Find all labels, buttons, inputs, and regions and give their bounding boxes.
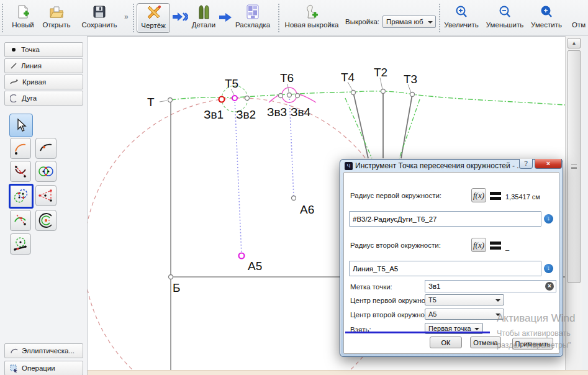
waist-curve <box>171 91 565 105</box>
concentric-arc-tool-button[interactable] <box>35 210 57 231</box>
save-file-label: Сохранить <box>77 21 122 29</box>
point-marker-Зв2[interactable] <box>245 96 250 101</box>
point-marker-Т2[interactable] <box>381 89 386 94</box>
dialog-close-button[interactable]: × <box>535 159 562 169</box>
category-curve-button[interactable]: Кривая <box>4 75 83 89</box>
category-arc-label: Дуга <box>22 94 37 102</box>
center1-combobox[interactable]: Т5 <box>425 294 504 305</box>
arc-on-curve-icon <box>38 141 53 156</box>
dialog-app-icon: Ч <box>345 162 353 170</box>
chevron-down-icon <box>474 328 479 330</box>
point-marker-А6[interactable] <box>292 196 296 201</box>
scroll-up-button[interactable]: ▲ <box>568 38 581 48</box>
ok-button[interactable]: ОК <box>430 337 462 348</box>
tangent-arc-tool-button[interactable] <box>10 210 31 231</box>
point-label-label: Метка точки: <box>350 283 392 291</box>
toolbar-gripper <box>133 4 134 32</box>
point-marker-А5[interactable] <box>239 253 245 259</box>
chevron-down-icon <box>428 21 433 24</box>
elliptical-arc-button[interactable]: Эллиптическа... <box>4 343 83 358</box>
pattern-select-value: Прямая юб <box>386 18 423 25</box>
point-label-Зв3: Зв3 <box>267 106 287 119</box>
open-file-button[interactable]: Открыть <box>38 3 75 33</box>
point-marker-Зв1[interactable] <box>219 97 225 102</box>
dialog-help-button[interactable]: ? <box>519 159 533 169</box>
save-file-button[interactable]: Сохранить <box>77 3 122 33</box>
arc-on-curve-tool-button[interactable] <box>35 138 57 159</box>
center2-combobox[interactable]: А5 <box>425 309 504 320</box>
new-pattern-button[interactable]: Новая выкройка <box>283 3 340 33</box>
point-marker-Т[interactable] <box>168 98 173 102</box>
arc-line-intersect-tool-button[interactable] <box>10 161 31 182</box>
toolbar-gripper <box>2 4 3 32</box>
vertical-scrollbar[interactable]: ▲ <box>565 36 582 370</box>
radius1-value: 1,35417 см <box>505 193 540 201</box>
zoom-out-button[interactable]: Уменьшить <box>484 3 525 33</box>
category-arc-button[interactable]: Дуга <box>4 91 83 106</box>
zoom-fit-icon <box>528 3 564 20</box>
pointer-tool-button[interactable] <box>9 114 33 137</box>
radius2-formula-button[interactable]: f(x) <box>471 238 486 252</box>
workflow-details-button[interactable]: Детали <box>189 3 219 33</box>
point-label-А6: А6 <box>300 203 314 216</box>
apply-button[interactable]: Применить <box>512 338 553 350</box>
point-marker-Зв4[interactable] <box>296 94 300 98</box>
dart-leg-t4 <box>353 93 368 158</box>
radius1-formula-input[interactable] <box>349 211 541 227</box>
workflow-layout-button[interactable]: Раскладка <box>233 3 272 33</box>
triangle-tool-button[interactable] <box>35 185 57 206</box>
highlight-arcs-t6 <box>269 94 316 102</box>
toolbar-gripper <box>439 4 440 32</box>
point-label-Т6: Т6 <box>280 71 294 84</box>
category-point-label: Точка <box>21 46 40 53</box>
cancel-button[interactable]: Отмена <box>470 337 501 348</box>
zoom-fit-button[interactable]: Уместить <box>528 3 564 33</box>
zoom-in-button[interactable]: Увеличить <box>442 3 481 33</box>
radius1-label: Радиус первой окружности: <box>350 192 441 199</box>
category-point-button[interactable]: Точка <box>4 42 83 57</box>
point-marker-Т5[interactable] <box>232 96 237 101</box>
center2-value: А5 <box>428 310 436 318</box>
point-label-Т2: Т2 <box>374 66 387 79</box>
elliptical-arc-icon <box>10 347 18 355</box>
circles-intersect-point-tool-button[interactable] <box>9 184 34 209</box>
workflow-arrow-icon <box>172 11 188 25</box>
dart-construction-left <box>345 98 372 158</box>
chevron-down-icon <box>495 314 500 316</box>
expand-formula2-icon[interactable]: ↓ <box>544 264 553 273</box>
point-label-input[interactable] <box>425 280 556 292</box>
vertical-scroll-thumb[interactable] <box>568 50 581 283</box>
point-marker-Т6[interactable] <box>287 93 292 97</box>
point-marker-Т4[interactable] <box>351 91 356 95</box>
workflow-details-label: Детали <box>189 21 219 29</box>
center1-value: Т5 <box>428 296 436 304</box>
new-file-button[interactable]: Новый <box>7 3 38 33</box>
pattern-select-combobox[interactable]: Прямая юб <box>382 16 436 28</box>
main-toolbar: Новый Открыть Сохранить » Чертёж Детали <box>0 0 588 36</box>
dialog-title: Инструмент Точка пересечения окружностей… <box>355 161 523 170</box>
new-file-label: Новый <box>7 21 38 29</box>
chevron-down-icon <box>495 299 500 302</box>
point-marker-Зв3[interactable] <box>279 94 283 98</box>
tangent-arc-icon <box>13 213 28 228</box>
triangle-points-icon <box>38 188 54 203</box>
toolbar-overflow-chevron[interactable]: » <box>124 12 129 21</box>
category-line-button[interactable]: Линия <box>4 58 83 73</box>
radius2-formula-input[interactable] <box>349 261 541 276</box>
point-marker-Т3[interactable] <box>410 93 415 97</box>
operations-button[interactable]: Операции <box>4 361 83 375</box>
elliptical-arc-label: Эллиптическа... <box>22 347 75 355</box>
zoom-out-label: Уменьшить <box>484 21 525 29</box>
circles-intersect-tool-button[interactable] <box>35 161 57 182</box>
point-label-Т4: Т4 <box>341 71 355 84</box>
point-marker-Б[interactable] <box>169 275 173 279</box>
clipped-toolbar-button[interactable]: Отм <box>566 3 588 33</box>
category-line-label: Линия <box>21 62 42 70</box>
arc-point-tool-button[interactable] <box>10 138 31 159</box>
horizontal-scrollbar[interactable] <box>88 370 588 375</box>
radius1-formula-button[interactable]: f(x) <box>471 188 486 202</box>
clear-input-icon[interactable]: × <box>545 282 554 291</box>
expand-formula1-icon[interactable]: ↓ <box>544 214 553 224</box>
workflow-drawing-button[interactable]: Чертёж <box>137 3 170 33</box>
circle-line-tool-button[interactable] <box>10 233 31 255</box>
